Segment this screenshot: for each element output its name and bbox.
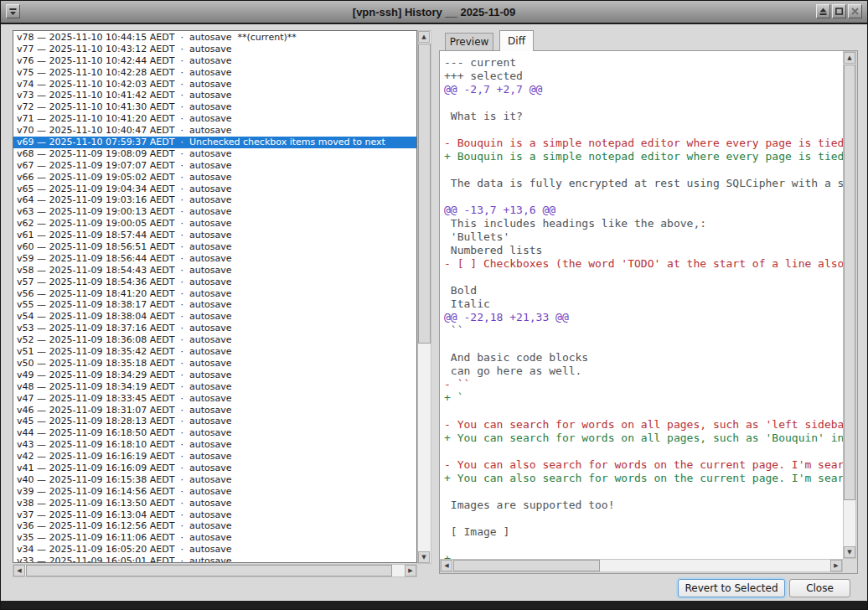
history-row[interactable]: v59 — 2025-11-09 18:56:44 AEDT · autosav… — [13, 253, 416, 265]
history-row[interactable]: v67 — 2025-11-09 19:07:07 AEDT · autosav… — [13, 160, 416, 172]
revert-to-selected-button[interactable]: Revert to Selected — [678, 579, 785, 597]
history-row[interactable]: v37 — 2025-11-09 16:13:04 AEDT · autosav… — [13, 509, 416, 521]
titlebar: [vpn-ssh] History __ 2025-11-09 — [1, 1, 867, 24]
scroll-down-icon[interactable]: ▼ — [844, 546, 855, 558]
scrollbar-thumb[interactable] — [844, 65, 855, 500]
history-row[interactable]: v47 — 2025-11-09 18:33:45 AEDT · autosav… — [13, 393, 416, 405]
maximize-button[interactable] — [832, 4, 846, 18]
history-row[interactable]: v58 — 2025-11-09 18:54:43 AEDT · autosav… — [13, 265, 416, 277]
diff-line: `` — [444, 324, 843, 338]
diff-line: --- current — [444, 56, 843, 70]
history-row[interactable]: v69 — 2025-11-10 07:59:37 AEDT · Uncheck… — [13, 137, 416, 148]
tab-preview[interactable]: Preview — [445, 33, 493, 51]
shade-icon — [818, 6, 829, 17]
history-row[interactable]: v63 — 2025-11-09 19:00:13 AEDT · autosav… — [13, 206, 416, 218]
diff-line: And basic code blocks — [444, 351, 843, 364]
list-horizontal-scrollbar[interactable]: ◀ ▶ — [13, 564, 417, 577]
history-row[interactable]: v68 — 2025-11-09 19:08:09 AEDT · autosav… — [13, 148, 416, 160]
history-row[interactable]: v46 — 2025-11-09 18:31:07 AEDT · autosav… — [13, 405, 416, 416]
history-row[interactable]: v78 — 2025-11-10 10:44:15 AEDT · autosav… — [13, 32, 416, 44]
history-row[interactable]: v39 — 2025-11-09 16:14:56 AEDT · autosav… — [13, 486, 416, 498]
tab-preview-label: Preview — [450, 36, 489, 48]
tab-diff[interactable]: Diff — [499, 30, 534, 51]
scroll-down-icon[interactable]: ▼ — [418, 551, 430, 563]
history-row[interactable]: v75 — 2025-11-10 10:42:28 AEDT · autosav… — [13, 67, 416, 79]
window-menu-button[interactable] — [6, 4, 20, 18]
history-row[interactable]: v50 — 2025-11-09 18:35:18 AEDT · autosav… — [13, 358, 416, 370]
history-row[interactable]: v72 — 2025-11-10 10:41:30 AEDT · autosav… — [13, 101, 416, 113]
history-row[interactable]: v44 — 2025-11-09 16:18:50 AEDT · autosav… — [13, 427, 416, 439]
diff-line: @@ -22,18 +21,33 @@ — [444, 311, 843, 324]
history-row[interactable]: v56 — 2025-11-09 18:41:20 AEDT · autosav… — [13, 288, 416, 300]
diff-line — [444, 190, 843, 204]
scroll-left-icon[interactable]: ◀ — [441, 560, 452, 571]
history-row[interactable]: v62 — 2025-11-09 19:00:05 AEDT · autosav… — [13, 218, 416, 230]
history-row[interactable]: v76 — 2025-11-10 10:42:44 AEDT · autosav… — [13, 55, 416, 67]
diff-line: The data is fully encrypted at rest usin… — [444, 177, 843, 190]
diff-vertical-scrollbar[interactable]: ▲ ▼ — [843, 51, 856, 559]
scroll-right-icon[interactable]: ▶ — [405, 565, 416, 576]
diff-line — [444, 271, 843, 284]
diff-line — [444, 405, 843, 418]
history-row[interactable]: v64 — 2025-11-09 19:03:16 AEDT · autosav… — [13, 194, 416, 206]
history-row[interactable]: v74 — 2025-11-10 10:42:03 AEDT · autosav… — [13, 79, 416, 90]
history-row[interactable]: v45 — 2025-11-09 18:28:13 AEDT · autosav… — [13, 416, 416, 427]
history-row[interactable]: v34 — 2025-11-09 16:05:20 AEDT · autosav… — [13, 544, 416, 556]
diff-line — [444, 539, 843, 552]
history-row[interactable]: v42 — 2025-11-09 16:16:19 AEDT · autosav… — [13, 451, 416, 463]
diff-line: Bold — [444, 284, 843, 297]
diff-line — [444, 338, 843, 351]
history-row[interactable]: v65 — 2025-11-09 19:04:34 AEDT · autosav… — [13, 184, 416, 195]
list-vertical-scrollbar[interactable]: ▲ ▼ — [417, 30, 431, 564]
scroll-left-icon[interactable]: ◀ — [13, 565, 25, 576]
window-menu-icon — [8, 6, 18, 17]
history-row[interactable]: v70 — 2025-11-10 10:40:47 AEDT · autosav… — [13, 125, 416, 137]
tab-diff-label: Diff — [508, 35, 525, 47]
diff-line: + Bouquin is a simple notepad editor whe… — [444, 150, 843, 163]
shade-button[interactable] — [816, 4, 830, 18]
history-row[interactable]: v73 — 2025-11-10 10:41:42 AEDT · autosav… — [13, 90, 416, 101]
history-row[interactable]: v43 — 2025-11-09 16:18:10 AEDT · autosav… — [13, 439, 416, 451]
history-row[interactable]: v71 — 2025-11-10 10:41:20 AEDT · autosav… — [13, 113, 416, 125]
history-row[interactable]: v52 — 2025-11-09 18:36:08 AEDT · autosav… — [13, 334, 416, 346]
diff-line: - You can search for words on all pages,… — [444, 418, 843, 432]
history-row[interactable]: v61 — 2025-11-09 18:57:44 AEDT · autosav… — [13, 230, 416, 241]
titlebar-close-button[interactable] — [848, 4, 862, 18]
history-row[interactable]: v77 — 2025-11-10 10:43:12 AEDT · autosav… — [13, 44, 416, 55]
history-row[interactable]: v55 — 2025-11-09 18:38:17 AEDT · autosav… — [13, 299, 416, 311]
scrollbar-thumb[interactable] — [26, 565, 392, 576]
history-row[interactable]: v57 — 2025-11-09 18:54:36 AEDT · autosav… — [13, 277, 416, 288]
history-row[interactable]: v51 — 2025-11-09 18:35:42 AEDT · autosav… — [13, 346, 416, 358]
scrollbar-thumb[interactable] — [418, 44, 431, 344]
history-window: [vpn-ssh] History __ 2025-11-09 v78 — 20… — [0, 0, 868, 610]
history-row[interactable]: v48 — 2025-11-09 18:34:19 AEDT · autosav… — [13, 381, 416, 393]
diff-text: --- current+++ selected@@ -2,7 +2,7 @@ W… — [440, 51, 843, 559]
history-list[interactable]: v78 — 2025-11-10 10:44:15 AEDT · autosav… — [13, 30, 417, 563]
diff-line: + You can search for words on all pages,… — [444, 432, 843, 445]
diff-horizontal-scrollbar[interactable]: ◀ ▶ — [440, 559, 843, 572]
history-row[interactable]: v53 — 2025-11-09 18:37:16 AEDT · autosav… — [13, 323, 416, 334]
scroll-up-icon[interactable]: ▲ — [418, 31, 430, 43]
history-row[interactable]: v49 — 2025-11-09 18:34:29 AEDT · autosav… — [13, 370, 416, 381]
diff-line: +++ selected — [444, 70, 843, 83]
history-row[interactable]: v38 — 2025-11-09 16:13:50 AEDT · autosav… — [13, 498, 416, 509]
scroll-right-icon[interactable]: ▶ — [830, 560, 842, 571]
history-row[interactable]: v60 — 2025-11-09 18:56:51 AEDT · autosav… — [13, 241, 416, 253]
history-row[interactable]: v36 — 2025-11-09 16:12:56 AEDT · autosav… — [13, 520, 416, 532]
history-row[interactable]: v66 — 2025-11-09 19:05:02 AEDT · autosav… — [13, 172, 416, 184]
history-row[interactable]: v35 — 2025-11-09 16:11:06 AEDT · autosav… — [13, 532, 416, 544]
close-button[interactable]: Close — [789, 579, 850, 597]
close-icon — [850, 6, 860, 17]
diff-line: - Bouquin is a simple notepad editor whe… — [444, 137, 843, 150]
diff-line: [ Image ] — [444, 525, 843, 539]
diff-line: - `` — [444, 378, 843, 391]
scrollbar-thumb[interactable] — [453, 560, 600, 571]
diff-line: can go here as well. — [444, 364, 843, 378]
history-row[interactable]: v41 — 2025-11-09 16:16:09 AEDT · autosav… — [13, 463, 416, 474]
window-resize-edge[interactable] — [1, 601, 867, 609]
scroll-up-icon[interactable]: ▲ — [844, 52, 855, 64]
history-row[interactable]: v54 — 2025-11-09 18:38:04 AEDT · autosav… — [13, 311, 416, 323]
history-row[interactable]: v33 — 2025-11-09 16:05:01 AEDT · autosav… — [13, 556, 416, 563]
history-row[interactable]: v40 — 2025-11-09 16:15:38 AEDT · autosav… — [13, 474, 416, 486]
diff-line — [444, 163, 843, 177]
